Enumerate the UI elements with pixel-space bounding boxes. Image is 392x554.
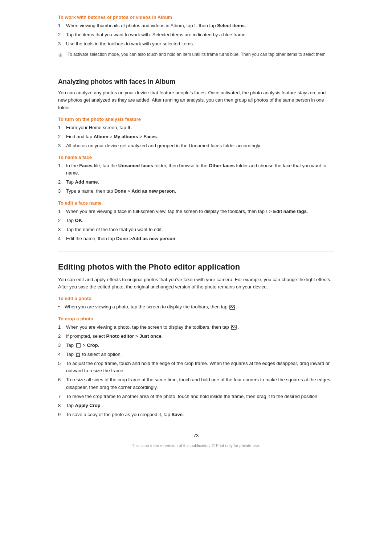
editface-steps: 1 When you are viewing a face in full-sc… [58, 208, 334, 243]
subsection-cropphoto: To crop a photo 1 When you are viewing a… [58, 316, 334, 419]
nameface-steps: 1 In the Faces tile, tap the Unnamed fac… [58, 162, 334, 195]
nameface-step-2: 2 Tap Add name. [58, 178, 334, 186]
cropphoto-steps: 1 When you are viewing a photo, tap the … [58, 324, 334, 419]
cropphoto-title: To crop a photo [58, 316, 334, 321]
analyzing-intro: You can analyze any photos on your devic… [58, 89, 334, 111]
cropphoto-step-3: 3 Tap > Crop. [58, 342, 334, 349]
batches-steps-list: 1 When viewing thumbnails of photos and … [58, 22, 334, 48]
editing-heading: Editing photos with the Photo editor app… [58, 262, 334, 272]
cropphoto-step-8: 8 Tap Apply Crop. [58, 402, 334, 409]
page-number: 73 [58, 433, 334, 438]
batches-tip: ✳ To activate selection mode, you can al… [58, 51, 334, 60]
crop-icon [76, 343, 81, 348]
cropphoto-step-7: 7 To move the crop frame to another area… [58, 393, 334, 400]
section-analyzing: Analyzing photos with faces in Album You… [58, 78, 334, 242]
edit-photo-icon [229, 305, 235, 310]
section-batches-title: To work with batches of photos or videos… [58, 15, 334, 20]
turnon-step-1: 1 From your Home screen, tap ⠿. [58, 124, 334, 131]
photo-icon-1 [231, 325, 237, 330]
cropphoto-step-1: 1 When you are viewing a photo, tap the … [58, 324, 334, 331]
analyzing-heading: Analyzing photos with faces in Album [58, 78, 334, 86]
batches-step-3: 3 Use the tools in the toolbars to work … [58, 40, 334, 48]
select-icon [76, 353, 80, 357]
svg-point-3 [232, 326, 233, 327]
footer: This is an Internet version of this publ… [58, 443, 334, 448]
nameface-title: To name a face [58, 155, 334, 160]
turnon-title: To turn on the photo analysis feature [58, 116, 334, 122]
section-divider-1 [58, 69, 334, 69]
editphoto-bullets: • When you are viewing a photo, tap the … [58, 303, 334, 311]
section-batches: To work with batches of photos or videos… [58, 15, 334, 60]
editphoto-title: To edit a photo [58, 296, 334, 301]
tip-icon: ✳ [58, 51, 68, 60]
subsection-editface: To edit a face name 1 When you are viewi… [58, 200, 334, 243]
svg-rect-4 [77, 344, 80, 347]
cropphoto-step-9: 9 To save a copy of the photo as you cro… [58, 411, 334, 418]
nameface-step-3: 3 Type a name, then tap Done > Add as ne… [58, 188, 334, 195]
svg-rect-6 [77, 354, 79, 356]
editface-step-3: 3 Tap the name of the face that you want… [58, 226, 334, 233]
turnon-step-2: 2 Find and tap Album > My albums > Faces… [58, 133, 334, 140]
cropphoto-step-6: 6 To resize all sides of the crop frame … [58, 376, 334, 391]
editface-step-4: 4 Edit the name, then tap Done >Add as n… [58, 235, 334, 242]
subsection-nameface: To name a face 1 In the Faces tile, tap … [58, 155, 334, 195]
editface-step-2: 2 Tap OK. [58, 217, 334, 224]
editing-intro: You can edit and apply effects to origin… [58, 276, 334, 291]
editphoto-bullet-1: • When you are viewing a photo, tap the … [58, 303, 334, 311]
cropphoto-step-2: 2 If prompted, select Photo editor > Jus… [58, 333, 334, 340]
turnon-steps: 1 From your Home screen, tap ⠿. 2 Find a… [58, 124, 334, 149]
svg-point-1 [231, 306, 232, 307]
section-editing: Editing photos with the Photo editor app… [58, 262, 334, 418]
batches-step-2: 2 Tap the items that you want to work wi… [58, 31, 334, 38]
editface-title: To edit a face name [58, 200, 334, 206]
tip-text: To activate selection mode, you can also… [68, 51, 334, 60]
section-divider-2 [58, 251, 334, 251]
batches-step-1: 1 When viewing thumbnails of photos and … [58, 22, 334, 29]
turnon-step-3: 3 All photos on your device get analyzed… [58, 142, 334, 149]
editface-step-1: 1 When you are viewing a face in full-sc… [58, 208, 334, 215]
nameface-step-1: 1 In the Faces tile, tap the Unnamed fac… [58, 162, 334, 177]
subsection-editphoto: To edit a photo • When you are viewing a… [58, 296, 334, 311]
cropphoto-step-4: 4 Tap to select an option. [58, 351, 334, 358]
cropphoto-step-5: 5 To adjust the crop frame, touch and ho… [58, 360, 334, 374]
subsection-turnon: To turn on the photo analysis feature 1 … [58, 116, 334, 149]
